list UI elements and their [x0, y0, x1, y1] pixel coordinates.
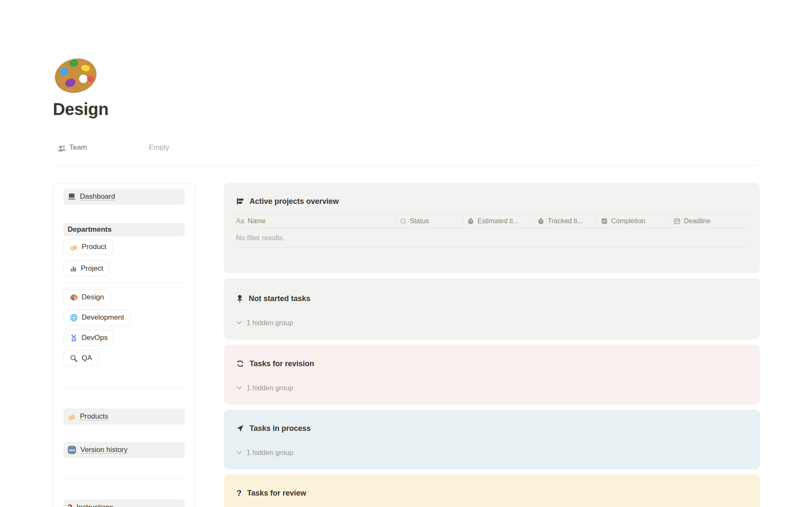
column-header-deadline[interactable]: Deadline — [670, 215, 749, 227]
sidebar-button-design[interactable]: Design — [63, 289, 110, 305]
section-title[interactable]: Tasks for review — [247, 489, 306, 498]
hidden-group-toggle[interactable]: 1 hidden group — [224, 383, 760, 393]
sidebar-section-label: Departments — [68, 225, 112, 234]
page-icon-palette[interactable] — [53, 53, 98, 98]
page-title[interactable]: Design — [53, 100, 109, 119]
chevron-down-icon — [236, 321, 242, 325]
column-header-name[interactable]: Aa Name — [235, 215, 396, 227]
bar-chart-icon — [70, 265, 77, 272]
sidebar-section-departments[interactable]: Departments — [63, 223, 185, 236]
sidebar-item-version-history[interactable]: NEW Version history — [63, 442, 185, 458]
palette-icon — [70, 293, 78, 301]
sidebar-button-label: Design — [82, 293, 104, 301]
tag-icon — [68, 413, 76, 421]
question-icon: ? — [236, 489, 241, 497]
red-question-icon: ? — [68, 504, 72, 507]
sidebar-button-product[interactable]: Product — [63, 239, 113, 255]
send-icon — [236, 425, 244, 432]
hidden-group-label: 1 hidden group — [247, 384, 293, 392]
sidebar-divider — [63, 388, 185, 389]
column-header-status[interactable]: Status — [396, 215, 464, 227]
section-tasks-for-review: ? Tasks for review — [224, 474, 760, 507]
tag-icon — [70, 243, 78, 251]
table-empty-message: No filter results. — [235, 228, 749, 248]
sidebar-button-label: Product — [82, 243, 107, 251]
sidebar-item-label: Instructions — [77, 503, 113, 507]
hidden-group-label: 1 hidden group — [247, 319, 293, 327]
property-team-value[interactable]: Empty — [149, 143, 169, 152]
sidebar-button-qa[interactable]: QA — [63, 350, 99, 366]
hidden-group-label: 1 hidden group — [247, 449, 293, 457]
column-header-tracked-time[interactable]: Tracked ti... — [534, 215, 597, 227]
section-title[interactable]: Tasks for revision — [250, 359, 314, 368]
refresh-icon — [236, 360, 244, 367]
chevron-down-icon — [236, 386, 242, 390]
section-title[interactable]: Active projects overview — [250, 197, 339, 206]
sidebar-item-label: Products — [80, 412, 108, 421]
sidebar-button-project[interactable]: Project — [63, 260, 110, 277]
sidebar-button-label: Project — [81, 264, 103, 273]
sidebar-item-products[interactable]: Products — [63, 408, 185, 425]
chevron-down-icon — [236, 451, 242, 455]
hidden-group-toggle[interactable]: 1 hidden group — [224, 447, 760, 458]
team-people-icon — [58, 144, 67, 153]
dna-icon — [70, 334, 78, 342]
sidebar-item-dashboard[interactable]: Dashboard — [63, 189, 185, 205]
chart-rollup-icon — [601, 218, 608, 225]
table-header: Aa Name Status Estimated ti... — [235, 214, 749, 228]
section-title[interactable]: Tasks in process — [250, 424, 311, 433]
sidebar: Dashboard Departments Product Project — [53, 184, 195, 507]
calendar-icon — [674, 218, 680, 225]
board-chart-icon — [236, 197, 244, 205]
section-title[interactable]: Not started tasks — [249, 294, 310, 303]
sidebar-item-label: Dashboard — [80, 192, 115, 201]
laptop-icon — [68, 193, 76, 201]
column-header-completion[interactable]: Completion — [597, 215, 670, 227]
status-spinner-icon — [400, 218, 406, 225]
svg-text:NEW: NEW — [69, 449, 75, 452]
sidebar-button-devops[interactable]: DevOps — [63, 330, 114, 346]
section-active-projects: Active projects overview Aa Name Status — [224, 183, 760, 273]
text-icon: Aa — [236, 217, 244, 225]
sidebar-button-label: DevOps — [82, 334, 107, 342]
property-team-label[interactable]: Team — [69, 143, 87, 152]
pin-icon — [236, 295, 243, 303]
header-divider — [53, 165, 759, 166]
section-tasks-for-revision: Tasks for revision 1 hidden group — [224, 345, 760, 405]
new-badge-icon: NEW — [68, 446, 76, 454]
magnifier-icon — [70, 354, 78, 362]
sidebar-button-development[interactable]: Development — [63, 310, 130, 326]
column-header-estimated-time[interactable]: Estimated ti... — [464, 215, 534, 227]
sidebar-button-label: QA — [82, 354, 92, 362]
sidebar-item-instructions[interactable]: ? Instructions — [63, 499, 185, 507]
sidebar-divider — [63, 282, 185, 283]
timer-icon — [538, 218, 544, 225]
palette-icon — [53, 53, 98, 98]
hidden-group-toggle[interactable]: 1 hidden group — [224, 318, 760, 328]
section-tasks-in-process: Tasks in process 1 hidden group — [224, 410, 760, 469]
section-not-started-tasks: Not started tasks 1 hidden group — [224, 278, 760, 340]
timer-icon — [467, 218, 474, 225]
sidebar-divider — [63, 478, 185, 479]
sidebar-item-label: Version history — [80, 446, 128, 454]
sidebar-button-label: Development — [82, 313, 124, 322]
globe-icon — [70, 314, 78, 322]
